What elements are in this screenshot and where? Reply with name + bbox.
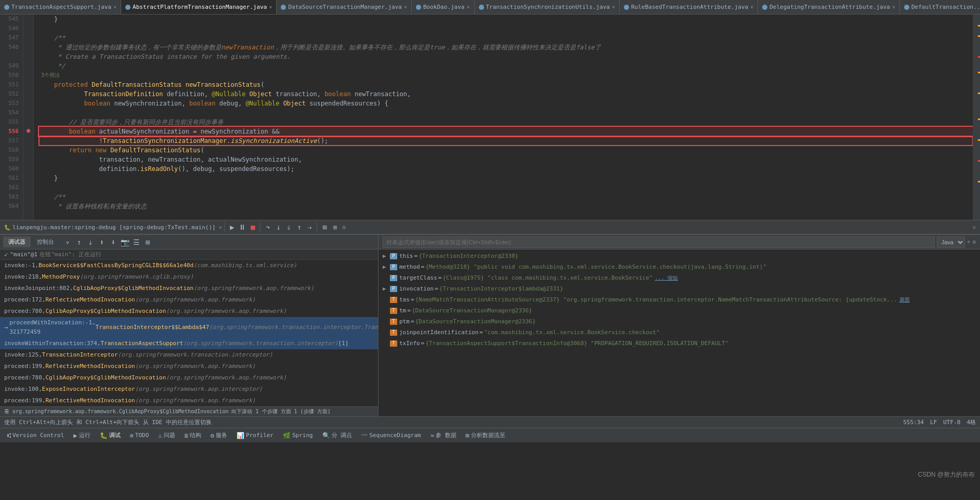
frame-item[interactable]: invoke:125, TransactionInterceptor (org.… <box>0 349 378 361</box>
code-line-553: boolean newSynchronization, boolean debu… <box>39 99 973 108</box>
resume-btn[interactable]: ▶ <box>227 222 237 232</box>
spring-btn[interactable]: 🌿 Spring <box>280 431 316 440</box>
tab-rulebasedtransactionattribute[interactable]: RuleBasedTransactionAttribute.java × <box>620 0 758 15</box>
debug-settings-btn[interactable]: ⚙ <box>342 224 346 231</box>
tab-transactionsynchronizationutils[interactable]: TransactionSynchronizationUtils.java × <box>475 0 620 15</box>
shorten-link[interactable]: ... 缩短 <box>655 273 677 283</box>
services-btn[interactable]: ⚙ 服务 <box>207 430 230 440</box>
frame-item[interactable]: proceed:199, ReflectiveMethodInvocation … <box>0 361 378 372</box>
tab-debugger[interactable]: 调试器 <box>3 236 31 247</box>
tab-transactionaspectsupport[interactable]: TransactionAspectSupport.java × <box>0 0 121 15</box>
tab-close[interactable]: × <box>612 4 615 10</box>
vars-settings-btn[interactable]: ⚙ <box>972 239 976 245</box>
code-line-557: !TransactionSynchronizationManager.isSyn… <box>39 136 973 146</box>
step-into-btn[interactable]: ↓ <box>273 222 283 232</box>
profiler-btn[interactable]: 📊 Profiler <box>233 431 277 440</box>
sequence-label: SequenceDiagram <box>369 432 421 439</box>
tab-delegatingtransactionattribute[interactable]: DelegatingTransactionAttribute.java × <box>758 0 900 15</box>
code-area[interactable]: } /** * 通过给定的参数创建事务状态，有一个非常关键的参数是newTran… <box>34 15 973 220</box>
debug-close-btn[interactable]: ✕ <box>972 224 976 231</box>
var-expand-btn[interactable]: ▶ <box>383 251 390 261</box>
tab-close[interactable]: × <box>892 4 895 10</box>
sequence-diagram-btn[interactable]: 〰 SequenceDiagram <box>358 431 424 440</box>
var-icon-t: T <box>390 340 397 347</box>
frame-item[interactable]: proceed:780, CglibAopProxy$CglibMethodIn… <box>0 306 378 317</box>
tab-console[interactable]: 控制台 <box>32 236 59 247</box>
variables-search-input[interactable] <box>383 236 935 248</box>
tab-abstractplatformtransactionmanager[interactable]: AbstractPlatformTransactionManager.java … <box>121 0 277 15</box>
var-method[interactable]: ▶ P method = {Method@3218} "public void … <box>378 261 980 272</box>
frame-item[interactable]: invokeJoinpoint:802, CglibAopProxy$Cglib… <box>0 283 378 294</box>
frame-item-current[interactable]: → proceedWithInvocation:-1, 321772459 Tr… <box>0 317 378 338</box>
tab-close[interactable]: × <box>750 4 753 10</box>
run-label: 运行 <box>79 431 90 439</box>
force-step-btn[interactable]: ⇓ <box>284 222 293 232</box>
tab-datasourcetransactionmanager[interactable]: DataSourceTransactionManager.java × <box>277 0 412 15</box>
list-btn[interactable]: ☰ <box>131 237 141 247</box>
step-out-btn[interactable]: ↑ <box>294 222 304 232</box>
frame-item[interactable]: invoke:218, MethodProxy (org.springframe… <box>0 271 378 283</box>
variables-panel: Java + ⚙ ▶ P this = {TransactionIntercep… <box>378 235 980 416</box>
todo-btn[interactable]: ≡ TODO <box>127 431 152 440</box>
dataflow-btn[interactable]: ⊞ 分析数据流至 <box>463 430 508 440</box>
filter-btn[interactable]: ▿ <box>62 237 73 247</box>
variables-type-select[interactable]: Java <box>937 236 965 248</box>
pause-btn[interactable]: ⏸ <box>238 222 247 232</box>
frame-item-selected[interactable]: invokeWithinTransaction:374, Transaction… <box>0 338 378 349</box>
stop-btn[interactable]: ■ <box>248 222 257 232</box>
problems-label: 问题 <box>164 431 175 439</box>
up2-btn[interactable]: ⬆ <box>97 237 107 247</box>
error-indicator <box>978 56 980 58</box>
var-txinfo[interactable]: ▶ T txInfo = {TransactionAspectSupport$T… <box>378 338 980 349</box>
params-btn[interactable]: ≈ 参 数据 <box>427 430 460 440</box>
var-icon-t: T <box>390 297 397 303</box>
down-btn[interactable]: ↓ <box>85 237 96 247</box>
memory-btn[interactable]: ≡ <box>330 222 339 232</box>
tab-defaulttransaction[interactable]: DefaultTransaction... × <box>900 0 980 15</box>
run-cursor-btn[interactable]: ⇢ <box>305 222 314 232</box>
warning-indicator-5 <box>978 119 980 120</box>
code-line-550-hint: 3个用法 <box>39 71 973 80</box>
var-ptm[interactable]: ▶ T ptm = {DataSourceTransactionManager@… <box>378 316 980 327</box>
structure-btn[interactable]: ≣ 结构 <box>181 430 204 440</box>
var-expand-btn[interactable]: ▶ <box>383 262 390 272</box>
expand-link[interactable]: 展图 <box>899 295 910 305</box>
var-invocation[interactable]: ▶ P invocation = {TransactionInterceptor… <box>378 283 980 294</box>
grid-btn[interactable]: ⊞ <box>142 237 153 247</box>
frame-item[interactable]: invoke:100, ExposeInvocationInterceptor … <box>0 384 378 395</box>
var-expand-btn[interactable]: ▶ <box>383 284 390 294</box>
down2-btn[interactable]: ⬇ <box>108 237 119 247</box>
var-tas[interactable]: ▶ T tas = {NameMatchTransactionAttribute… <box>378 294 980 305</box>
tab-close[interactable]: × <box>269 4 272 10</box>
tab-label: BookDao.java <box>423 4 464 10</box>
var-targetclass[interactable]: ▶ P targetClass = {Class@1975} "class co… <box>378 272 980 283</box>
problems-btn[interactable]: ⚠ 问题 <box>155 430 178 440</box>
variables-list[interactable]: ▶ P this = {TransactionInterceptor@2330}… <box>378 249 980 416</box>
var-joinpoint[interactable]: ▶ T joinpointIdentification = "com.mashi… <box>378 327 980 338</box>
step-over-btn[interactable]: ↷ <box>263 222 272 232</box>
run-btn[interactable]: ▶ 运行 <box>70 430 93 440</box>
code-line-561: } <box>39 174 973 183</box>
tab-bookdao[interactable]: BookDao.java × <box>412 0 475 15</box>
up-btn[interactable]: ↑ <box>74 237 84 247</box>
tab-close[interactable]: × <box>404 4 407 10</box>
vars-add-btn[interactable]: + <box>967 239 971 245</box>
status-bar-right: 555:34 LF UTF-8 4格 <box>903 418 976 426</box>
frame-item[interactable]: proceed:199, ReflectiveMethodInvocation … <box>0 395 378 406</box>
code-line-551: protected DefaultTransactionStatus newTr… <box>39 80 973 89</box>
camera-btn[interactable]: 📷 <box>120 237 130 247</box>
debug-btn[interactable]: 🐛 调试 <box>97 430 124 440</box>
tab-close[interactable]: × <box>113 4 116 10</box>
frame-item[interactable]: proceed:780, CglibAopProxy$CglibMethodIn… <box>0 372 378 384</box>
breakpoints-btn[interactable]: 🔍 分 调点 <box>319 430 356 440</box>
var-this[interactable]: ▶ P this = {TransactionInterceptor@2330} <box>378 251 980 261</box>
frame-item[interactable]: invoke:-1, BookService$$FastClassBySprin… <box>0 260 378 271</box>
frames-list[interactable]: invoke:-1, BookService$$FastClassBySprin… <box>0 260 378 406</box>
frames-panel: 调试器 控制台 ▿ ↑ ↓ ⬆ ⬇ 📷 ☰ ⊞ ✓ "main"@1 在组"ma… <box>0 235 378 416</box>
var-tm[interactable]: ▶ T tm = {DataSourceTransactionManager@2… <box>378 305 980 316</box>
evaluate-btn[interactable]: ⊞ <box>320 222 329 232</box>
version-control-btn[interactable]: ⑆ Version Control <box>4 431 67 440</box>
structure-icon: ≣ <box>185 432 188 439</box>
frame-item[interactable]: proceed:172, ReflectiveMethodInvocation … <box>0 294 378 306</box>
tab-close[interactable]: × <box>466 4 469 10</box>
